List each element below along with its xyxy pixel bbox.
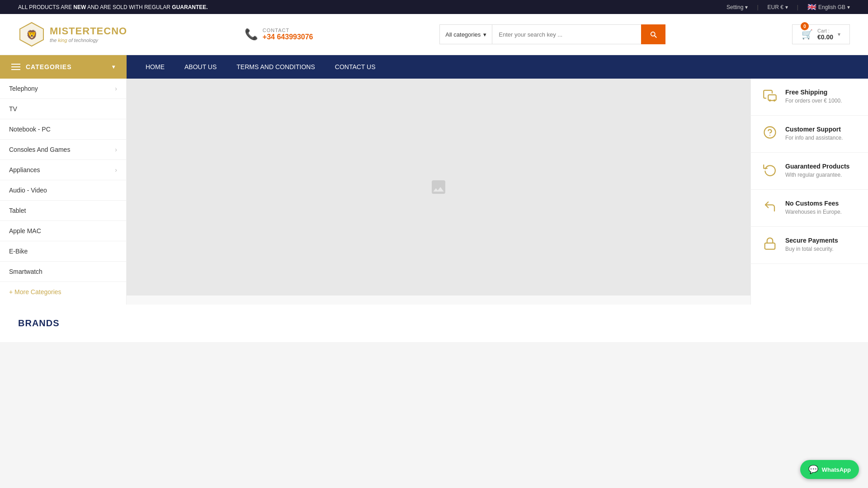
sidebar-item[interactable]: Consoles And Games› (0, 140, 126, 160)
divider: | (797, 4, 798, 10)
header: 🦁 MISTERTECNO the king of technology 📞 C… (0, 14, 868, 55)
flag-icon: 🇬🇧 (807, 3, 816, 11)
nav-contact[interactable]: CONTACT US (325, 55, 386, 79)
sidebar: Telephony›TVNotebook - PCConsoles And Ga… (0, 79, 127, 305)
sidebar-more-categories[interactable]: + More Categories (0, 282, 126, 302)
sidebar-item-label: TV (9, 105, 17, 113)
chevron-right-icon: › (115, 85, 117, 92)
currency-link[interactable]: EUR € ▾ (768, 4, 788, 10)
search-area: All categories ▾ (439, 24, 665, 44)
sidebar-item-label: Telephony (9, 85, 38, 92)
sidebar-item-label: Consoles And Games (9, 146, 70, 153)
sidebar-item[interactable]: TV (0, 99, 126, 119)
info-card-title: Secure Payments (785, 237, 838, 244)
info-card-title: Free Shipping (785, 89, 842, 96)
sidebar-item[interactable]: Appliances› (0, 160, 126, 180)
top-bar-right: Setting ▾ | EUR € ▾ | 🇬🇧 English GB ▾ (726, 3, 850, 11)
logo-text: MISTERTECNO the king of technology (50, 25, 127, 43)
svg-point-6 (764, 127, 776, 138)
sidebar-item[interactable]: Smartwatch (0, 262, 126, 282)
shipping-icon (762, 89, 778, 105)
info-card-desc: With regular guarantee. (785, 172, 849, 178)
main-content: Telephony›TVNotebook - PCConsoles And Ga… (0, 79, 868, 305)
info-card-text: Free Shipping For orders over € 1000. (785, 89, 842, 104)
nav-links: HOME ABOUT US TERMS AND CONDITIONS CONTA… (127, 55, 395, 79)
sidebar-item-label: Audio - Video (9, 187, 47, 194)
search-category-select[interactable]: All categories ▾ (439, 24, 492, 44)
sidebar-item-label: E-Bike (9, 248, 28, 255)
announcement-mid: AND ARE SOLD WITH REGULAR (86, 4, 172, 10)
top-bar: ALL PRODUCTS ARE NEW AND ARE SOLD WITH R… (0, 0, 868, 14)
navbar: CATEGORIES ▾ HOME ABOUT US TERMS AND CON… (0, 55, 868, 79)
banner-image (127, 79, 750, 296)
sidebar-item-label: Smartwatch (9, 268, 42, 275)
svg-rect-8 (765, 243, 775, 249)
sidebar-item-label: Appliances (9, 166, 40, 174)
language-label: English GB (818, 4, 845, 10)
info-card-text: Guaranteed Products With regular guarant… (785, 163, 849, 178)
cart-amount: €0.00 (817, 33, 833, 41)
currency-label: EUR € (768, 4, 783, 10)
nav-about[interactable]: ABOUT US (175, 55, 226, 79)
info-card-desc: For orders over € 1000. (785, 98, 842, 104)
tagline-pre: the (50, 38, 58, 43)
chevron-down-icon: ▾ (745, 4, 748, 10)
sidebar-item[interactable]: E-Bike (0, 241, 126, 262)
contact-info: CONTACT +34 643993076 (263, 28, 313, 41)
categories-button[interactable]: CATEGORIES ▾ (0, 55, 127, 79)
svg-text:🦁: 🦁 (26, 29, 38, 40)
nav-home[interactable]: HOME (136, 55, 175, 79)
sidebar-item-label: Notebook - PC (9, 126, 51, 133)
info-card: Secure Payments Buy in total security. (751, 227, 868, 264)
logo-area[interactable]: 🦁 MISTERTECNO the king of technology (18, 21, 127, 48)
brand-tecno: TECNO (90, 25, 127, 37)
sidebar-item-label: Apple MAC (9, 227, 41, 235)
chevron-right-icon: › (115, 146, 117, 153)
cart-badge: 0 (801, 22, 809, 30)
support-icon (762, 126, 778, 142)
announcement-guarantee: GUARANTEE. (172, 4, 208, 10)
cart-chevron-icon: ▾ (838, 31, 840, 38)
sidebar-item[interactable]: Audio - Video (0, 180, 126, 201)
search-input[interactable] (492, 24, 641, 44)
cart-icon: 🛒 (802, 29, 813, 40)
chevron-down-icon: ▾ (483, 31, 486, 38)
categories-label: CATEGORIES (26, 63, 107, 70)
logo-icon: 🦁 (18, 21, 45, 48)
info-card: Free Shipping For orders over € 1000. (751, 79, 868, 116)
tagline: the king of technology (50, 38, 127, 43)
info-card-desc: Warehouses in Europe. (785, 209, 842, 215)
sidebar-item[interactable]: Tablet (0, 201, 126, 221)
chevron-down-icon: ▾ (847, 4, 850, 10)
search-category-label: All categories (445, 31, 481, 38)
announcement-new: NEW (73, 4, 86, 10)
cart-label: Cart : (817, 28, 833, 33)
brand-mister: MISTER (50, 25, 90, 37)
search-button[interactable] (641, 24, 665, 44)
brands-title: BRANDS (18, 318, 850, 328)
nav-terms[interactable]: TERMS AND CONDITIONS (226, 55, 325, 79)
language-link[interactable]: 🇬🇧 English GB ▾ (807, 3, 850, 11)
setting-label: Setting (726, 4, 743, 10)
phone-icon: 📞 (245, 28, 258, 41)
info-card: Customer Support For info and assistance… (751, 116, 868, 153)
contact-number[interactable]: +34 643993076 (263, 33, 313, 41)
tagline-em: king (58, 38, 67, 43)
contact-area: 📞 CONTACT +34 643993076 (245, 28, 313, 41)
cart-button[interactable]: 🛒 0 Cart : €0.00 ▾ (792, 24, 850, 44)
secure-icon (762, 237, 778, 253)
sidebar-item[interactable]: Telephony› (0, 79, 126, 99)
guarantee-icon (762, 163, 778, 179)
sidebar-item[interactable]: Apple MAC (0, 221, 126, 241)
sidebar-item[interactable]: Notebook - PC (0, 119, 126, 140)
setting-link[interactable]: Setting ▾ (726, 4, 748, 10)
info-card-desc: Buy in total security. (785, 246, 838, 252)
divider: | (757, 4, 758, 10)
info-card-title: Guaranteed Products (785, 163, 849, 170)
chevron-down-icon: ▾ (785, 4, 788, 10)
sidebar-item-label: Tablet (9, 207, 26, 214)
announcement-pre: ALL PRODUCTS ARE (18, 4, 73, 10)
brand-name: MISTERTECNO (50, 25, 127, 37)
contact-label: CONTACT (263, 28, 313, 33)
info-card-text: No Customs Fees Warehouses in Europe. (785, 200, 842, 215)
